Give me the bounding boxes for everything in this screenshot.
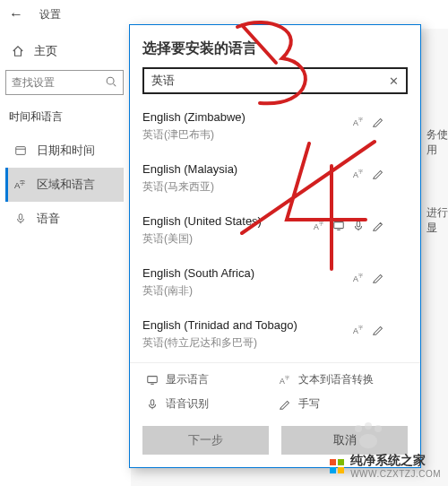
tts-icon: A字 [279, 374, 291, 386]
ime-icon [279, 398, 291, 411]
language-feature-icons: A字 [352, 272, 384, 284]
svg-point-29 [375, 425, 382, 432]
language-option[interactable]: English (United States)英语(美国)A字 [142, 204, 406, 256]
watermark-logo-icon [329, 458, 345, 474]
language-feature-icons: A字 [352, 168, 384, 180]
svg-text:字: 字 [285, 375, 289, 380]
sidebar-item-speech[interactable]: 语音 [5, 202, 124, 236]
svg-rect-31 [330, 459, 336, 465]
back-icon[interactable]: ← [9, 6, 23, 22]
language-name-cn: 英语(津巴布韦) [142, 127, 406, 143]
svg-rect-13 [334, 222, 344, 229]
svg-text:A: A [314, 222, 319, 231]
svg-text:字: 字 [20, 179, 25, 186]
bg-text-fragment: 务使用 [426, 127, 448, 158]
paw-watermark-icon [351, 421, 385, 450]
tts-icon: A字 [352, 168, 365, 180]
feature-legend: 显示语言A字文本到语音转换语音识别手写 [130, 362, 420, 421]
svg-rect-22 [148, 376, 158, 382]
legend-label: 语音识别 [166, 396, 209, 412]
sidebar-item-label: 区域和语言 [37, 177, 95, 193]
globe-icon: A字 [13, 178, 28, 191]
svg-point-0 [107, 77, 114, 84]
svg-text:A: A [353, 118, 358, 127]
svg-text:A: A [353, 170, 358, 179]
next-button[interactable]: 下一步 [142, 426, 269, 455]
language-feature-icons: A字 [352, 324, 384, 336]
ime-icon [372, 116, 384, 128]
language-option[interactable]: English (Zimbabwe)英语(津巴布韦)A字 [142, 100, 406, 152]
settings-search-placeholder: 查找设置 [12, 75, 55, 91]
svg-rect-2 [16, 147, 26, 155]
tts-icon: A字 [352, 272, 365, 284]
svg-text:A: A [353, 274, 358, 283]
svg-point-27 [355, 425, 362, 432]
svg-text:字: 字 [358, 117, 363, 122]
watermark-url: WWW.CZXTZJ.COM [350, 469, 441, 479]
ime-icon [372, 272, 384, 284]
svg-rect-26 [151, 399, 154, 404]
home-icon [11, 45, 25, 57]
ime-icon [372, 168, 384, 180]
legend-label: 文本到语音转换 [298, 372, 374, 387]
language-option[interactable]: English (Malaysia)英语(马来西亚)A字 [142, 152, 406, 204]
svg-line-1 [114, 83, 116, 86]
bg-text-fragment: 进行显 [426, 205, 448, 236]
language-name-cn: 英语(南非) [142, 283, 406, 299]
mic-icon [146, 398, 159, 411]
svg-point-28 [365, 422, 372, 430]
language-search-value: 英语 [151, 73, 175, 89]
language-feature-icons: A字 [313, 220, 384, 232]
sidebar-item-region-language[interactable]: A字 区域和语言 [5, 168, 124, 202]
svg-text:A: A [353, 326, 358, 335]
svg-rect-6 [19, 214, 22, 220]
sidebar-item-label: 日期和时间 [37, 143, 95, 159]
legend-label: 显示语言 [166, 372, 209, 387]
legend-item: 手写 [279, 396, 384, 412]
window-title: 设置 [39, 7, 61, 22]
ime-icon [372, 324, 384, 336]
svg-rect-15 [357, 221, 360, 227]
sidebar-home-label: 主页 [34, 43, 57, 59]
language-option[interactable]: English (South Africa)英语(南非)A字 [142, 256, 406, 308]
watermark-brand: 纯净系统之家 [350, 453, 426, 467]
dialog-title: 选择要安装的语言 [130, 25, 420, 67]
sidebar-home[interactable]: 主页 [5, 34, 124, 68]
legend-item: 显示语言 [146, 372, 252, 387]
language-name-cn: 英语(美国) [142, 231, 406, 247]
language-list[interactable]: English (Zimbabwe)英语(津巴布韦)A字English (Mal… [130, 100, 418, 362]
language-option[interactable]: English (Singapore)英语(新加坡)A字 [142, 360, 406, 362]
language-name-cn: 英语(特立尼达和多巴哥) [142, 335, 406, 351]
svg-text:字: 字 [319, 221, 323, 226]
tts-icon: A字 [352, 324, 365, 336]
legend-item: A字文本到语音转换 [279, 372, 384, 387]
svg-text:字: 字 [358, 325, 363, 330]
svg-text:字: 字 [358, 169, 363, 174]
svg-rect-34 [338, 467, 344, 473]
clear-search-icon[interactable]: ✕ [389, 74, 399, 88]
svg-rect-32 [338, 459, 344, 465]
language-search-input[interactable]: 英语 ✕ [142, 67, 408, 94]
display-icon [332, 220, 345, 232]
legend-label: 手写 [298, 396, 320, 412]
display-icon [146, 374, 159, 386]
settings-search[interactable]: 查找设置 [5, 70, 124, 95]
svg-point-30 [359, 434, 377, 448]
svg-text:A: A [280, 376, 285, 385]
mic-icon [13, 213, 28, 225]
tts-icon: A字 [313, 220, 325, 232]
svg-rect-33 [330, 467, 336, 473]
watermark: 纯净系统之家 WWW.CZXTZJ.COM [329, 453, 441, 479]
install-language-dialog: 选择要安装的语言 英语 ✕ English (Zimbabwe)英语(津巴布韦)… [129, 24, 421, 468]
language-option[interactable]: English (Trinidad and Tobago)英语(特立尼达和多巴哥… [142, 308, 406, 360]
svg-text:字: 字 [358, 273, 363, 278]
cancel-button[interactable]: 取消 [281, 426, 408, 455]
sidebar-section-title: 时间和语言 [5, 104, 124, 134]
mic-icon [352, 220, 365, 232]
search-icon [105, 75, 117, 91]
tts-icon: A字 [352, 116, 365, 128]
sidebar: 主页 查找设置 时间和语言 日期和时间 A字 区域和语言 语音 [0, 29, 131, 486]
sidebar-item-datetime[interactable]: 日期和时间 [5, 134, 124, 168]
clock-icon [13, 144, 28, 157]
sidebar-item-label: 语音 [37, 211, 60, 227]
